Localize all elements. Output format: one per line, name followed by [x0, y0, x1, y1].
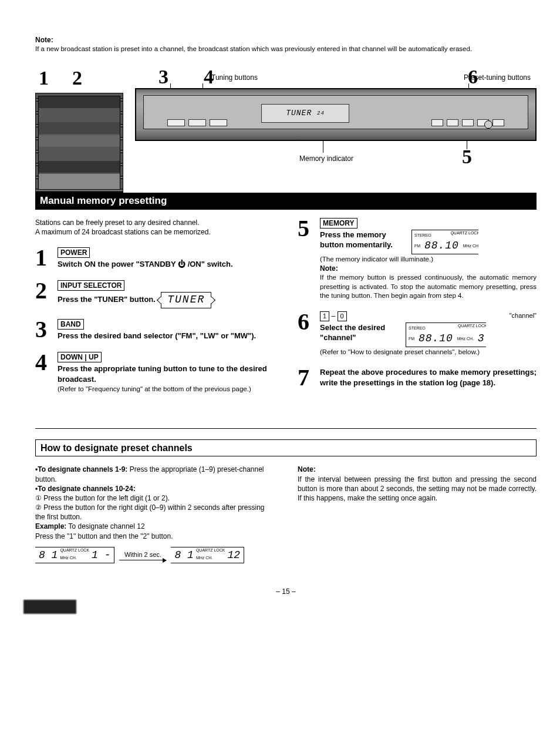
c2-text: Press the button for the right digit (0–…: [35, 503, 265, 521]
how-note: If the interval between pressing the fir…: [298, 475, 537, 503]
step-6: 6 1 – 0 "channel" Select the desired "ch…: [298, 311, 537, 357]
steps-columns: Stations can be freely preset to any des…: [35, 218, 537, 405]
channel-label: "channel": [510, 311, 537, 320]
divider: [35, 428, 537, 429]
disp-freq: 88.10: [422, 238, 461, 253]
d2-ch: 12: [228, 548, 241, 562]
circled-2: ②: [35, 503, 42, 512]
step-7: 7 Repeat the above procedures to make me…: [298, 367, 537, 388]
keycap-0: 0: [338, 311, 347, 321]
step-5: 5 MEMORY Press the memory button momenta…: [298, 218, 537, 301]
callout-5: 5: [462, 143, 472, 170]
how-columns: •To designate channels 1-9: Press the ap…: [35, 465, 537, 563]
disp-ql: QUARTZ LOCK: [450, 231, 480, 235]
page-number: – 15 –: [35, 587, 537, 596]
step-2: 2 INPUT SELECTOR Press the "TUNER" butto…: [35, 280, 274, 308]
how-right: Note: If the interval between pressing t…: [298, 465, 537, 563]
d1-ch: 1 -: [92, 548, 110, 562]
disp6-fm: FM: [409, 337, 414, 341]
memory-indicator-label: Memory indicator: [299, 154, 353, 163]
tuner-display-suffix: 24: [317, 110, 325, 117]
step-3: 3 BAND Press the desired band selector (…: [35, 319, 274, 341]
step-4-sub: (Refer to "Frequency tuning" at the bott…: [58, 385, 251, 392]
left-column: Stations can be freely preset to any des…: [35, 218, 274, 405]
step-5-note: If the memory button is pressed continuo…: [320, 273, 537, 301]
intro-text: Stations can be freely preset to any des…: [35, 218, 274, 237]
tuner-illustration: TUNER 24: [135, 88, 537, 141]
circled-1: ①: [35, 494, 42, 502]
example-displays: 8 1 QUARTZ LOCK MHz CH. 1 - Within 2 sec…: [35, 547, 274, 563]
tuner-display-word: TUNER: [286, 108, 312, 119]
top-note: Note: If a new broadcast station is pres…: [35, 35, 537, 54]
step-6-display: STEREO QUARTZ LOCK FM 88.10 MHz CH. 3: [406, 322, 490, 347]
callout-3: 3: [158, 63, 168, 90]
step-5-num: 5: [298, 218, 314, 301]
example-disp-2: 8 1 QUARTZ LOCK MHz CH. 12: [171, 547, 244, 563]
example-text: To designate channel 12: [68, 522, 144, 530]
disp-fm: FM: [414, 244, 420, 248]
preset-buttons-label: Preset-tuning buttons: [464, 73, 531, 82]
right-column: 5 MEMORY Press the memory button momenta…: [298, 218, 537, 405]
stack-illustration: [35, 93, 123, 193]
disp6-unit: MHz CH.: [457, 337, 474, 341]
step-5-note-label: Note:: [320, 264, 338, 273]
section-header-manual: Manual memory presetting: [35, 193, 537, 210]
callout-2: 2: [72, 65, 82, 92]
keycap-dash: –: [331, 312, 335, 320]
step-4-num: 4: [35, 352, 52, 394]
step-2-tag: INPUT SELECTOR: [58, 280, 124, 291]
tuner-display: TUNER 24: [261, 104, 349, 123]
step-5-tag: MEMORY: [320, 218, 357, 229]
note-label: Note:: [35, 35, 537, 45]
step-6-sub: (Refer to "How to designate preset chann…: [320, 348, 480, 355]
step-2-display: TUNER: [161, 292, 211, 308]
how-left: •To designate channels 1-9: Press the ap…: [35, 465, 274, 563]
step-1: 1 POWER Switch ON the power "STANDBY ⏻ /…: [35, 247, 274, 270]
how-note-label: Note:: [298, 465, 316, 473]
step-7-num: 7: [298, 367, 314, 388]
scan-artifact: [23, 600, 76, 614]
step-4-title: Press the appropriate tuning button to t…: [58, 364, 267, 384]
example-label: Example:: [35, 522, 66, 530]
step-1-title: Switch ON the power "STANDBY ⏻ /ON" swit…: [58, 260, 233, 268]
step-2-num: 2: [35, 280, 52, 308]
step-7-title: Repeat the above procedures to make memo…: [320, 367, 537, 388]
lead2: •To designate channels 10-24:: [35, 485, 136, 493]
d1-unit: MHz CH.: [60, 556, 76, 560]
section-header-how: How to designate preset channels: [35, 439, 537, 457]
diagram-row: 1 2 3 4 6 Tuning buttons Preset-tuning b…: [35, 65, 537, 188]
step-3-title: Press the desired band selector ("FM", "…: [58, 331, 256, 340]
step-3-tag: BAND: [58, 319, 84, 330]
step-4: 4 DOWN | UP Press the appropriate tuning…: [35, 352, 274, 394]
d2-ql: QUARTZ LOCK: [196, 548, 225, 552]
d2-freq: 8 1: [174, 548, 193, 562]
intro-line2: A maximum of 24 broadcast stations can b…: [35, 227, 274, 237]
disp-unit: MHz CH.: [463, 244, 480, 248]
tuner-panel: 3 4 6 Tuning buttons Preset-tuning butto…: [135, 65, 537, 141]
step-1-tag: POWER: [58, 247, 90, 258]
step-6-title: Select the desired "channel": [320, 322, 402, 343]
callout-1: 1: [39, 65, 49, 92]
d1-ql: QUARTZ LOCK: [60, 548, 89, 552]
intro-line1: Stations can be freely preset to any des…: [35, 218, 274, 227]
disp6-ql: QUARTZ LOCK: [458, 324, 487, 328]
example-disp-1: 8 1 QUARTZ LOCK MHz CH. 1 -: [35, 547, 114, 563]
stack-panel: 1 2: [35, 65, 123, 193]
d1-freq: 8 1: [39, 548, 58, 562]
lead1: •To designate channels 1-9:: [35, 465, 127, 473]
tuning-buttons-label: Tuning buttons: [211, 73, 258, 82]
disp-stereo: STEREO: [414, 233, 431, 237]
keycap-1: 1: [320, 311, 329, 321]
example-line: Press the "1" button and then the "2" bu…: [35, 532, 274, 541]
c1-text: Press the button for the left digit (1 o…: [43, 494, 170, 502]
step-5-display: STEREO QUARTZ LOCK FM 88.10 MHz CH.: [411, 230, 482, 254]
note-text: If a new broadcast station is preset int…: [35, 45, 537, 54]
disp6-freq: 88.10: [416, 331, 456, 345]
step-1-num: 1: [35, 247, 52, 270]
disp6-ch: 3: [475, 331, 487, 345]
step-2-title: Press the "TUNER" button.: [58, 295, 156, 304]
step-5-title: Press the memory button momentarily.: [320, 230, 408, 250]
step-4-tag: DOWN | UP: [58, 352, 102, 362]
step-5-sub1: (The memory indicator will illuminate.): [320, 256, 433, 263]
step-6-num: 6: [298, 311, 314, 357]
